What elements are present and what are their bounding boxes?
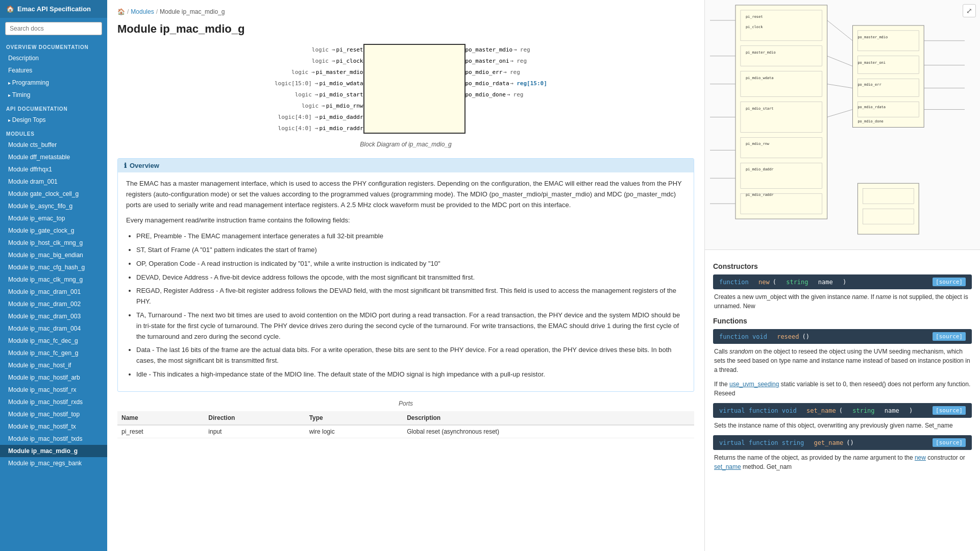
reseed-desc2: If the use_uvm_seeding static variable i… bbox=[713, 380, 972, 398]
sidebar-item-design-tops[interactable]: Design Tops bbox=[0, 114, 107, 126]
overview-body: The EMAC has a master management interfa… bbox=[118, 172, 694, 391]
port-type: logic bbox=[285, 58, 331, 64]
overview-box: ℹ Overview The EMAC has a master managem… bbox=[117, 158, 694, 392]
svg-rect-12 bbox=[857, 79, 919, 97]
sidebar-item-ip_mac_dram_002[interactable]: Module ip_mac_dram_002 bbox=[0, 298, 107, 310]
port-name: pi_mdio_wdata bbox=[319, 80, 363, 87]
set-name-sig: virtual function void set_name( string n… bbox=[713, 403, 972, 418]
sidebar-item-ip_mac_dram_001[interactable]: Module ip_mac_dram_001 bbox=[0, 286, 107, 298]
reseed-source-link[interactable]: [source] bbox=[933, 332, 966, 341]
table-cell-direction: input bbox=[204, 425, 305, 438]
sig-kw-getname: virtual function string bbox=[719, 439, 804, 446]
port-type: logic[4:0] bbox=[268, 114, 314, 120]
sidebar-item-ip_mac_fc_dec_g[interactable]: Module ip_mac_fc_dec_g bbox=[0, 335, 107, 347]
port-name: po_master_oni bbox=[465, 58, 509, 64]
sidebar-item-ip_mac_hostif_top[interactable]: Module ip_mac_hostif_top bbox=[0, 408, 107, 420]
sidebar-item-ip_mac_hostif_tx[interactable]: Module ip_mac_hostif_tx bbox=[0, 420, 107, 433]
svg-text:po_mdio_done: po_mdio_done bbox=[857, 119, 883, 123]
left-port-row: logic[4:0] → pi_mdio_daddr bbox=[268, 112, 363, 122]
list-item: PRE, Preamble - The EMAC management inte… bbox=[136, 231, 685, 242]
get-name-desc: Returns the name of the object, as provi… bbox=[713, 453, 972, 471]
sidebar-item-dffrhqx1[interactable]: Module dffrhqx1 bbox=[0, 163, 107, 176]
sidebar-item-ip_async_fifo_g[interactable]: Module ip_async_fifo_g bbox=[0, 200, 107, 212]
set-name-source-link[interactable]: [source] bbox=[933, 406, 966, 415]
sig-kw-new: function bbox=[719, 279, 749, 286]
diagram-caption: Block Diagram of ip_mac_mdio_g bbox=[360, 141, 451, 148]
sidebar-item-ip_mac_fc_gen_g[interactable]: Module ip_mac_fc_gen_g bbox=[0, 347, 107, 359]
sidebar-item-cts_buffer[interactable]: Module cts_buffer bbox=[0, 139, 107, 151]
sidebar-item-description[interactable]: Description bbox=[0, 52, 107, 64]
sidebar-item-ip_mac_hostif_rxds[interactable]: Module ip_mac_hostif_rxds bbox=[0, 396, 107, 408]
port-name: po_mdio_err bbox=[465, 69, 503, 76]
set-name-link[interactable]: set_name bbox=[714, 463, 741, 470]
overview-header: ℹ Overview bbox=[118, 159, 694, 172]
breadcrumb-current: Module ip_mac_mdio_g bbox=[160, 8, 225, 15]
reseed-sig: function void reseed() [source] bbox=[713, 329, 972, 344]
constructor-new-sig: function new( string name ) [source] bbox=[713, 274, 972, 289]
port-name: pi_mdio_rnw bbox=[326, 103, 363, 109]
sig-name-new: new bbox=[758, 279, 770, 286]
port-name: pi_master_mdio bbox=[316, 69, 363, 76]
svg-text:pi_mdio_daddr: pi_mdio_daddr bbox=[746, 167, 774, 171]
svg-text:po_mdio_rdata: po_mdio_rdata bbox=[857, 105, 886, 109]
content-area: 🏠 / Modules / Module ip_mac_mdio_g Modul… bbox=[107, 0, 704, 551]
sidebar-item-ip_gate_clock_g[interactable]: Module ip_gate_clock_g bbox=[0, 224, 107, 237]
sidebar-title: 🏠 Emac API Specification bbox=[0, 0, 107, 18]
port-type: logic[4:0] bbox=[268, 125, 314, 132]
sidebar-item-ip_mac_host_if[interactable]: Module ip_mac_host_if bbox=[0, 359, 107, 371]
search-input[interactable] bbox=[5, 22, 102, 35]
list-item: DEVAD, Device Address - A five-bit devic… bbox=[136, 272, 685, 283]
svg-text:pi_clock: pi_clock bbox=[746, 25, 763, 29]
get-name-source-link[interactable]: [source] bbox=[933, 438, 966, 447]
block-diagram: logic → pi_resetlogic → pi_clocklogic → … bbox=[117, 44, 694, 155]
new-link[interactable]: new bbox=[915, 454, 926, 461]
sidebar-item-dram_001[interactable]: Module dram_001 bbox=[0, 176, 107, 188]
sidebar-item-ip_mac_cfg_hash_g[interactable]: Module ip_mac_cfg_hash_g bbox=[0, 261, 107, 273]
breadcrumb-modules-link[interactable]: Modules bbox=[131, 8, 154, 15]
new-source-link[interactable]: [source] bbox=[933, 278, 966, 286]
fields-intro: Every management read/write instruction … bbox=[126, 215, 685, 226]
search-container bbox=[0, 18, 107, 39]
table-cell-name: pi_reset bbox=[117, 425, 204, 438]
home-breadcrumb-icon[interactable]: 🏠 bbox=[117, 8, 125, 15]
large-diagram-svg: pi_reset pi_clock pi_master_mdio pi_mdio… bbox=[705, 0, 980, 249]
sidebar-item-ip_mac_hostif_arb[interactable]: Module ip_mac_hostif_arb bbox=[0, 371, 107, 384]
use-uvm-seeding-link[interactable]: use_uvm_seeding bbox=[729, 381, 779, 388]
sidebar-item-timing[interactable]: Timing bbox=[0, 89, 107, 101]
breadcrumb: 🏠 / Modules / Module ip_mac_mdio_g bbox=[117, 8, 694, 15]
left-port-row: logic → pi_mdio_rnw bbox=[275, 101, 363, 111]
port-reg: reg bbox=[520, 46, 530, 53]
sidebar-item-gate_clock_cell_g[interactable]: Module gate_clock_cell_g bbox=[0, 188, 107, 200]
expand-button[interactable]: ⤢ bbox=[963, 4, 976, 17]
sidebar-item-ip_mac_big_endian[interactable]: Module ip_mac_big_endian bbox=[0, 249, 107, 261]
sidebar-item-ip_mac_dram_004[interactable]: Module ip_mac_dram_004 bbox=[0, 322, 107, 335]
sidebar-item-ip_mac_hostif_rx[interactable]: Module ip_mac_hostif_rx bbox=[0, 384, 107, 396]
svg-rect-13 bbox=[857, 102, 919, 117]
sidebar-item-ip_mac_mdio_g[interactable]: Module ip_mac_mdio_g bbox=[0, 445, 107, 457]
sidebar-item-ip_host_clk_mng_g[interactable]: Module ip_host_clk_mng_g bbox=[0, 237, 107, 249]
get-name-sig: virtual function string get_name() [sour… bbox=[713, 435, 972, 450]
fields-list: PRE, Preamble - The EMAC management inte… bbox=[126, 231, 685, 380]
right-port-row: po_master_mdio → reg bbox=[465, 44, 530, 55]
sidebar-item-features[interactable]: Features bbox=[0, 64, 107, 77]
list-item: Idle - This indicates a high-impedance s… bbox=[136, 369, 685, 380]
sidebar-item-ip_mac_regs_bank[interactable]: Module ip_mac_regs_bank bbox=[0, 457, 107, 469]
left-port-row: logic → pi_clock bbox=[285, 56, 363, 66]
new-desc: Creates a new uvm_object with the given … bbox=[713, 292, 972, 311]
sidebar-item-ip_mac_hostif_txds[interactable]: Module ip_mac_hostif_txds bbox=[0, 433, 107, 445]
sidebar-item-ip_mac_dram_003[interactable]: Module ip_mac_dram_003 bbox=[0, 310, 107, 322]
right-ports: po_master_mdio → regpo_master_oni → regp… bbox=[465, 44, 547, 133]
sidebar-item-programming[interactable]: Programming bbox=[0, 77, 107, 89]
large-diagram-panel: ⤢ bbox=[705, 0, 980, 250]
table-cell-description: Global reset (asynchronous reset) bbox=[403, 425, 694, 438]
sidebar-section-header: Modules bbox=[0, 126, 107, 139]
sidebar-item-dff_metastable[interactable]: Module dff_metastable bbox=[0, 151, 107, 163]
sig-name-setname: set_name bbox=[806, 407, 836, 414]
col-name: Name bbox=[117, 411, 204, 425]
port-name: pi_mdio_raddr bbox=[319, 125, 363, 132]
sidebar-item-ip_mac_clk_mng_g[interactable]: Module ip_mac_clk_mng_g bbox=[0, 273, 107, 286]
svg-rect-7 bbox=[741, 163, 822, 188]
ports-table: Name Direction Type Description pi_reset… bbox=[117, 411, 694, 438]
sidebar-section-header: Overview Documentation bbox=[0, 39, 107, 52]
sidebar-item-ip_emac_top[interactable]: Module ip_emac_top bbox=[0, 212, 107, 224]
